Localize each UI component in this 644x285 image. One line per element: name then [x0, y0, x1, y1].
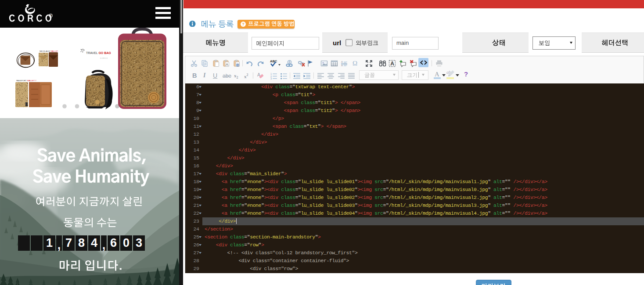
svg-text:A: A [341, 61, 343, 63]
svg-text:NECKLACE WALLET: NECKLACE WALLET [40, 50, 58, 52]
svg-text:A: A [341, 64, 343, 67]
svg-text:A: A [226, 62, 228, 66]
svg-text:?: ? [242, 22, 245, 26]
svg-text:PASSPORT WALLET 7: PASSPORT WALLET 7 [16, 79, 36, 82]
svg-text:3: 3 [270, 77, 272, 79]
svg-text:Ω: Ω [353, 60, 357, 67]
svg-text:TRAVEL GO BAG: TRAVEL GO BAG [86, 51, 111, 54]
svg-text:C O R C O: C O R C O [100, 58, 108, 59]
svg-text:W: W [237, 64, 239, 66]
svg-text:A: A [390, 61, 394, 67]
svg-text:ABC: ABC [270, 59, 277, 63]
